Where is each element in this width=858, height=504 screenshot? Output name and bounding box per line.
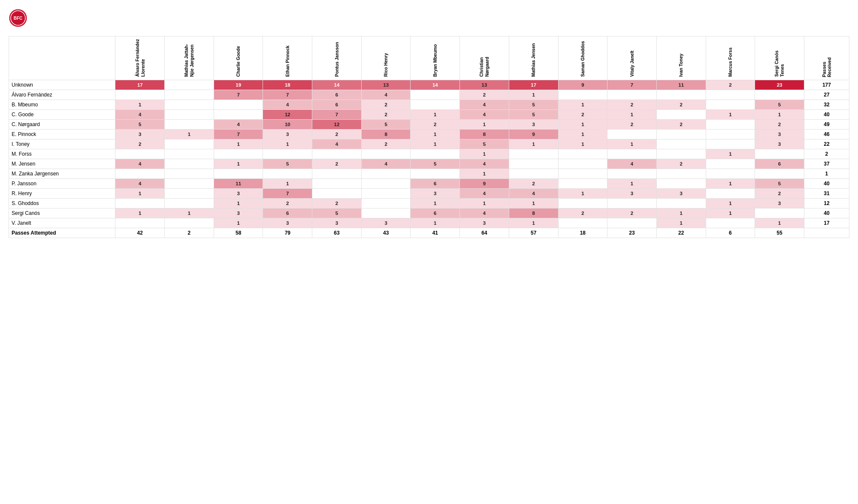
cell-10-10: 1 (607, 178, 657, 188)
cell-9-6 (411, 169, 460, 178)
col-header-saman: Saman Ghoddos (558, 36, 607, 80)
col-header-charlie: Charlie Goode (214, 36, 263, 80)
cell-0-6: 14 (411, 80, 460, 90)
cell-11-10: 3 (607, 188, 657, 198)
cell-3-8: 5 (509, 109, 558, 119)
cell-7-8 (509, 149, 558, 159)
cell-12-10 (607, 198, 657, 208)
cell-4-5: 5 (361, 119, 411, 129)
cell-7-7: 1 (460, 149, 509, 159)
cell-10-1 (165, 178, 214, 188)
cell-14-8: 1 (509, 218, 558, 228)
col-header-sergi: Sergi Canós Tenes (755, 36, 804, 80)
cell-8-3: 5 (263, 159, 312, 169)
cell-14-2: 1 (214, 218, 263, 228)
cell-6-12 (706, 139, 755, 149)
footer-cell-0: 42 (115, 228, 165, 238)
cell-8-4: 2 (312, 159, 362, 169)
cell-1-0 (115, 90, 165, 100)
cell-12-1 (165, 198, 214, 208)
col-header-ethan: Ethan Pinnock (263, 36, 312, 80)
row-label-6: I. Toney (9, 139, 115, 149)
cell-4-11: 2 (656, 119, 706, 129)
cell-13-8: 8 (509, 208, 558, 218)
cell-2-10: 2 (607, 100, 657, 109)
cell-1-12 (706, 90, 755, 100)
row-label-11: R. Henry (9, 188, 115, 198)
passes-received-6: 22 (804, 139, 849, 149)
cell-4-4: 12 (312, 119, 362, 129)
cell-3-5: 2 (361, 109, 411, 119)
row-label-3: C. Goode (9, 109, 115, 119)
cell-1-6 (411, 90, 460, 100)
cell-6-3: 1 (263, 139, 312, 149)
cell-14-5: 3 (361, 218, 411, 228)
cell-10-2: 11 (214, 178, 263, 188)
cell-8-13: 6 (755, 159, 804, 169)
cell-4-13: 2 (755, 119, 804, 129)
cell-5-12 (706, 129, 755, 139)
row-label-13: Sergi Canós (9, 208, 115, 218)
cell-7-12: 1 (706, 149, 755, 159)
cell-2-12 (706, 100, 755, 109)
cell-13-12: 1 (706, 208, 755, 218)
cell-4-1 (165, 119, 214, 129)
col-header-mathias_j: Mathias Jensen (509, 36, 558, 80)
table-row: M. Jensen415245442637 (9, 159, 849, 169)
footer-cell-2: 58 (214, 228, 263, 238)
cell-6-11 (656, 139, 706, 149)
footer-cell-8: 57 (509, 228, 558, 238)
cell-7-13 (755, 149, 804, 159)
cell-7-2 (214, 149, 263, 159)
cell-12-7: 1 (460, 198, 509, 208)
cell-11-11: 3 (656, 188, 706, 198)
cell-4-9: 1 (558, 119, 607, 129)
cell-9-9 (558, 169, 607, 178)
cell-10-8: 2 (509, 178, 558, 188)
cell-12-9 (558, 198, 607, 208)
cell-9-2 (214, 169, 263, 178)
cell-3-1 (165, 109, 214, 119)
cell-12-4: 2 (312, 198, 362, 208)
cell-10-9 (558, 178, 607, 188)
cell-14-4: 3 (312, 218, 362, 228)
passes-received-8: 37 (804, 159, 849, 169)
passes-received-header: Passes Received (804, 36, 849, 80)
row-label-0: Unknown (9, 80, 115, 90)
cell-1-1 (165, 90, 214, 100)
cell-11-12 (706, 188, 755, 198)
cell-10-11 (656, 178, 706, 188)
row-label-9: M. Zanka Jørgensen (9, 169, 115, 178)
cell-12-12: 1 (706, 198, 755, 208)
cell-6-2: 1 (214, 139, 263, 149)
cell-0-4: 14 (312, 80, 362, 90)
cell-1-10 (607, 90, 657, 100)
cell-3-12: 1 (706, 109, 755, 119)
table-row: C. Goode41272145211140 (9, 109, 849, 119)
footer-cell-1: 2 (165, 228, 214, 238)
cell-2-2 (214, 100, 263, 109)
table-row: Álvaro Fernández77642127 (9, 90, 849, 100)
cell-7-0 (115, 149, 165, 159)
cell-5-3: 3 (263, 129, 312, 139)
cell-14-3: 3 (263, 218, 312, 228)
cell-4-6: 2 (411, 119, 460, 129)
cell-14-13: 1 (755, 218, 804, 228)
svg-text:BFC: BFC (14, 16, 23, 21)
passes-received-0: 177 (804, 80, 849, 90)
cell-6-1 (165, 139, 214, 149)
table-row: E. Pinnock3173281891346 (9, 129, 849, 139)
cell-8-8 (509, 159, 558, 169)
cell-10-4 (312, 178, 362, 188)
cell-3-10: 1 (607, 109, 657, 119)
passes-received-5: 46 (804, 129, 849, 139)
passes-received-11: 31 (804, 188, 849, 198)
cell-11-2: 3 (214, 188, 263, 198)
cell-12-13: 3 (755, 198, 804, 208)
cell-13-2: 3 (214, 208, 263, 218)
footer-cell-5: 43 (361, 228, 411, 238)
row-label-4: C. Nørgaard (9, 119, 115, 129)
table-row: V. Janelt13331311117 (9, 218, 849, 228)
cell-8-12 (706, 159, 755, 169)
cell-6-5: 2 (361, 139, 411, 149)
